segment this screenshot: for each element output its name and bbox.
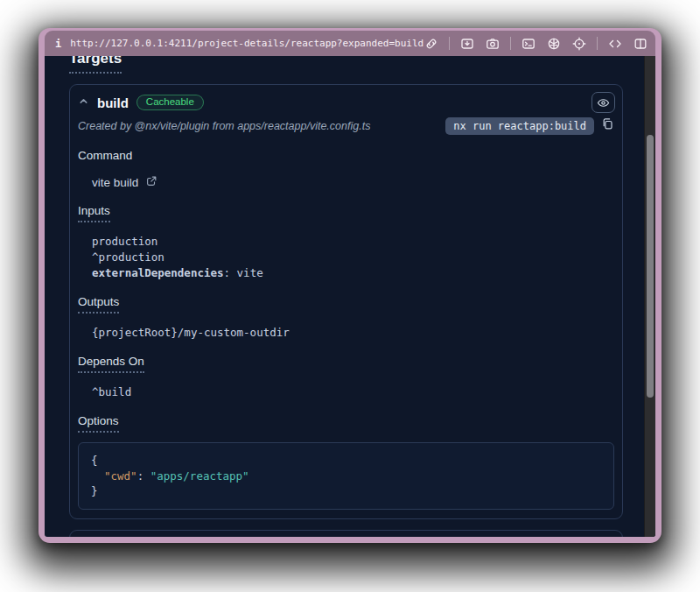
view-target-details-button[interactable] [592, 92, 615, 113]
terminal-icon[interactable] [521, 36, 536, 52]
split-panel-icon[interactable] [633, 36, 648, 52]
options-code-entry: "cwd": "apps/reactapp" [91, 469, 601, 484]
depends-on-section-label[interactable]: Depends On [78, 355, 614, 376]
input-item: externalDependencies: vite [92, 265, 614, 281]
created-by-text: Created by @nx/vite/plugin from apps/rea… [78, 120, 370, 132]
options-code-open: { [91, 453, 601, 469]
page-viewport: Targets build Cacheable [45, 56, 655, 537]
input-item: ^production [92, 250, 614, 265]
desktop-background: i http://127.0.0.1:4211/project-details/… [0, 0, 700, 592]
eye-icon [597, 96, 610, 109]
toolbar-separator [597, 37, 598, 50]
toolbar-separator [449, 37, 450, 50]
external-link-icon[interactable] [145, 175, 158, 190]
cacheable-badge: Cacheable [136, 95, 204, 111]
globe-icon[interactable] [546, 36, 562, 52]
target-card-serve: serve vite serve [69, 530, 623, 538]
toolbar-separator [510, 37, 511, 50]
browser-toolbar [424, 36, 648, 52]
link-icon[interactable] [424, 36, 439, 52]
url-text[interactable]: http://127.0.0.1:4211/project-details/re… [70, 38, 424, 49]
output-item: {projectRoot}/my-custom-outdir [92, 325, 614, 341]
camera-icon[interactable] [485, 36, 500, 52]
input-item: production [92, 234, 614, 250]
depends-on-item: ^build [92, 384, 614, 400]
info-icon: i [55, 38, 61, 50]
browser-window: i http://127.0.0.1:4211/project-details/… [38, 28, 662, 543]
outputs-section-label[interactable]: Outputs [78, 295, 614, 316]
inputs-section-label[interactable]: Inputs [78, 204, 614, 225]
targets-heading[interactable]: Targets [69, 56, 122, 74]
download-icon[interactable] [459, 36, 475, 52]
command-value: vite build [92, 176, 138, 189]
scrollbar-thumb[interactable] [647, 135, 654, 398]
options-code-block: { "cwd": "apps/reactapp" } [78, 442, 614, 510]
project-details-content: Targets build Cacheable [45, 56, 644, 537]
code-icon[interactable] [607, 36, 623, 52]
build-card-header[interactable]: build Cacheable [78, 93, 614, 112]
options-section-label[interactable]: Options [78, 414, 614, 435]
browser-topbar: i http://127.0.0.1:4211/project-details/… [45, 31, 655, 56]
scrollbar-track[interactable] [644, 56, 655, 537]
target-name: build [97, 95, 129, 110]
target-card-build: build Cacheable Created by @nx/vite/plug… [69, 84, 623, 519]
command-section-label: Command [78, 149, 614, 165]
options-code-close: } [91, 483, 601, 499]
run-command-chip: nx run reactapp:build [445, 117, 594, 135]
copy-icon[interactable] [601, 117, 614, 134]
target-icon[interactable] [571, 36, 587, 52]
chevron-up-icon [78, 95, 89, 110]
